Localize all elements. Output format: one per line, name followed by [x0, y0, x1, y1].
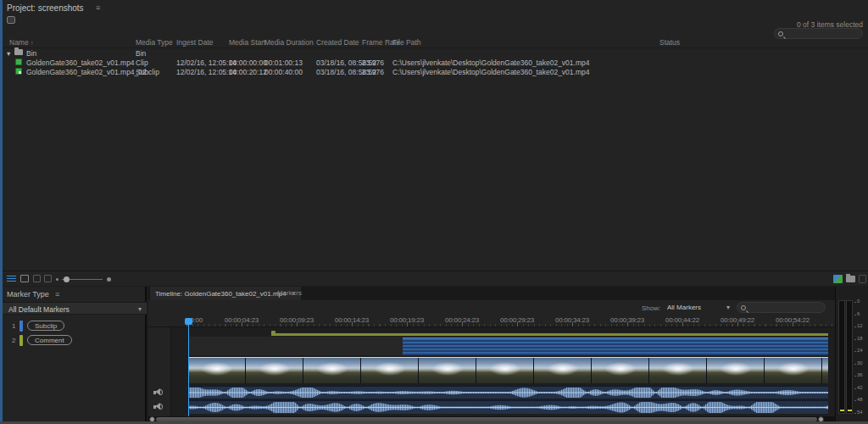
- cell-name: Bin: [26, 49, 36, 58]
- column-media-start[interactable]: Media Start: [229, 38, 265, 47]
- column-ingest-date[interactable]: Ingest Date: [176, 38, 213, 47]
- marker-list-item[interactable]: 2 Comment: [3, 335, 147, 347]
- audio-meters-panel: 061218243036424854: [835, 287, 868, 424]
- meter-scale-label: 6: [857, 311, 860, 316]
- table-row-subclip[interactable]: GoldenGate360_take02_v01.mp4_02 Subclip …: [3, 68, 868, 77]
- new-item-button[interactable]: [833, 275, 843, 283]
- meter-level: [840, 410, 844, 411]
- project-table-header: Name ↑ Media Type Ingest Date Media Star…: [3, 37, 868, 48]
- meter-scale-label: 24: [857, 348, 863, 353]
- cell-media-type: Subclip: [136, 68, 159, 76]
- column-created-date[interactable]: Created Date: [316, 38, 359, 47]
- meter-scale-tick: [854, 400, 856, 401]
- cell-media-duration: 00:01:00:13: [264, 59, 303, 67]
- column-file-path[interactable]: File Path: [392, 38, 421, 47]
- audio-track-2-clip[interactable]: [188, 400, 828, 414]
- project-panel: Project: screenshots ≡ 0 of 3 items sele…: [3, 0, 868, 286]
- marker-type-title: Marker Type: [7, 290, 49, 298]
- sort-button[interactable]: [44, 275, 52, 282]
- meter-scale-tick: [854, 388, 856, 389]
- meter-bar-right: [846, 300, 853, 414]
- project-toolbar: [3, 271, 868, 286]
- ruler-tick: [627, 322, 628, 326]
- meter-scale-tick: [854, 351, 856, 352]
- premiere-window: Project: screenshots ≡ 0 of 3 items sele…: [0, 0, 868, 424]
- meter-scale-label: 36: [857, 372, 863, 377]
- marker-list-item[interactable]: 1 Subclip: [3, 321, 147, 332]
- ruler-tick: [737, 322, 738, 326]
- panel-menu-icon[interactable]: ≡: [55, 290, 59, 298]
- meter-scale: 061218243036424854: [854, 287, 868, 424]
- freeform-view-button[interactable]: [33, 275, 41, 282]
- zoom-out-icon[interactable]: [56, 278, 58, 281]
- ruler-tick: [242, 322, 242, 326]
- speaker-icon[interactable]: [153, 388, 164, 396]
- track-header-strip: [148, 327, 171, 416]
- ruler-tick: [517, 322, 518, 326]
- cell-media-start: 00:00:00:00: [229, 59, 267, 67]
- thumbnail-zoom-handle[interactable]: [64, 276, 70, 282]
- marker-label-pill[interactable]: Comment: [27, 335, 72, 345]
- ruler-tick: [793, 322, 793, 326]
- cell-frame-rate: 23.976: [362, 68, 384, 76]
- audio-track-1-clip[interactable]: [188, 386, 828, 399]
- bin-folder-icon: [14, 49, 23, 55]
- meter-scale-tick: [854, 326, 856, 327]
- meter-scale-label: 48: [857, 397, 863, 402]
- marker-color-bar: [19, 335, 23, 346]
- cell-name: GoldenGate360_take02_v01.mp4: [26, 59, 135, 67]
- timeline-panel: Timeline: GoldenGate360_take02_v01.mp4× …: [148, 287, 835, 424]
- column-media-duration[interactable]: Media Duration: [264, 38, 314, 47]
- project-search-input[interactable]: [787, 30, 854, 37]
- icon-view-button[interactable]: [20, 275, 29, 282]
- playhead-line[interactable]: [188, 321, 189, 416]
- markers-tab[interactable]: Markers: [277, 289, 302, 297]
- meter-scale-tick: [854, 413, 856, 414]
- column-name[interactable]: Name ↑: [9, 38, 34, 47]
- meter-scale-label: 30: [857, 360, 863, 365]
- table-row-clip[interactable]: GoldenGate360_take02_v01.mp4 Clip 12/02/…: [3, 59, 868, 68]
- twirl-open-icon[interactable]: ▾: [7, 49, 10, 58]
- ruler-tick: [352, 322, 353, 326]
- comment-marker-span[interactable]: [271, 333, 828, 336]
- window-left-edge: [0, 0, 3, 424]
- playhead-head[interactable]: [185, 318, 192, 325]
- ruler-tick: [462, 322, 463, 326]
- speaker-icon[interactable]: [153, 403, 164, 410]
- timeline-ruler[interactable]: 00:0000:00:04:2300:00:09:2300:00:14:2300…: [148, 315, 835, 327]
- cell-media-duration: 00:00:40:00: [264, 68, 303, 76]
- list-view-button[interactable]: [7, 275, 16, 282]
- timeline-controls: Show: All Markers ▾: [148, 300, 835, 315]
- subclip-icon: [15, 68, 22, 75]
- search-icon: [741, 305, 746, 310]
- zoom-in-icon[interactable]: [107, 277, 111, 282]
- marker-type-panel: Marker Type ≡ All Default Markers ▾ 1 Su…: [3, 287, 147, 424]
- column-media-type[interactable]: Media Type: [136, 38, 173, 47]
- project-indicator-icon: [7, 16, 15, 24]
- marker-label-pill[interactable]: Subclip: [27, 321, 64, 331]
- clear-button[interactable]: [859, 275, 866, 283]
- timeline-tab-bar: Timeline: GoldenGate360_take02_v01.mp4× …: [148, 287, 835, 300]
- subclip-marker-span[interactable]: [403, 338, 828, 355]
- timeline-search-box[interactable]: [737, 302, 826, 313]
- table-row-bin[interactable]: ▾ Bin Bin: [3, 49, 868, 59]
- column-status[interactable]: Status: [659, 38, 680, 47]
- ruler-tick: [572, 322, 573, 326]
- show-markers-value: All Markers: [667, 304, 701, 311]
- sort-asc-icon: ↑: [31, 40, 34, 46]
- panel-menu-icon[interactable]: ≡: [96, 3, 100, 12]
- meter-scale-label: 12: [857, 323, 863, 328]
- ruler-tick: [407, 322, 408, 326]
- ruler-tick: [682, 322, 683, 326]
- meter-scale-tick: [854, 339, 856, 340]
- video-clip-filmstrip[interactable]: [188, 357, 828, 383]
- marker-filter-dropdown[interactable]: All Default Markers ▾: [3, 302, 147, 315]
- new-bin-button[interactable]: [846, 276, 855, 282]
- marker-index: 2: [12, 337, 15, 344]
- project-panel-tab[interactable]: Project: screenshots: [7, 3, 84, 13]
- show-markers-dropdown[interactable]: All Markers ▾: [664, 302, 732, 313]
- timeline-search-input[interactable]: [749, 304, 817, 311]
- marker-filter-value: All Default Markers: [8, 305, 70, 314]
- marker-color-bar: [19, 321, 23, 332]
- meter-scale-label: 18: [857, 336, 863, 341]
